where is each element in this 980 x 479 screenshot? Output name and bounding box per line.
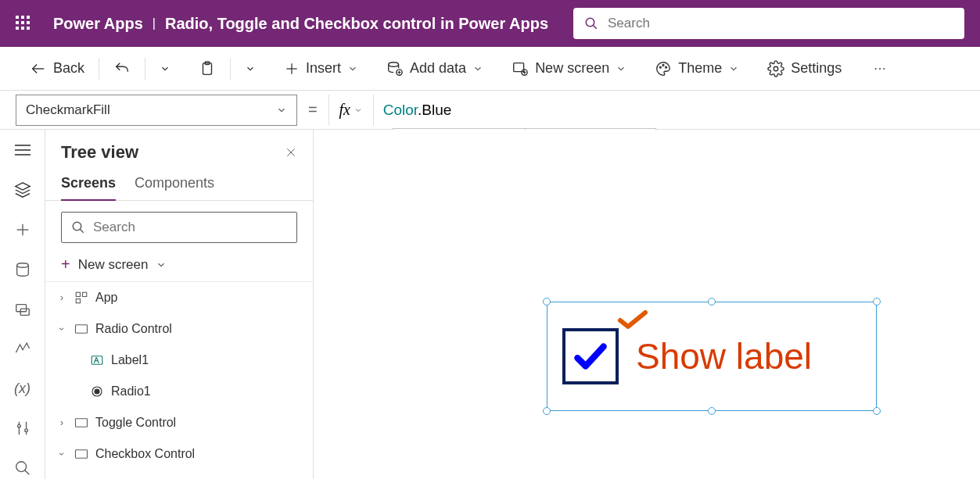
tree-item-radio1[interactable]: Radio1	[45, 376, 313, 407]
tree-item-app[interactable]: › App	[45, 282, 313, 313]
screen-icon	[74, 446, 89, 462]
chevron-down-icon: ›	[56, 449, 67, 459]
rail-tools[interactable]	[7, 416, 38, 439]
waffle-icon[interactable]	[16, 16, 31, 31]
svg-point-16	[662, 64, 664, 66]
gear-icon	[767, 60, 784, 77]
rail-flows[interactable]	[7, 338, 38, 360]
svg-rect-49	[76, 450, 88, 459]
undo-icon	[113, 60, 131, 77]
svg-point-32	[16, 461, 26, 471]
more-icon	[873, 62, 887, 76]
svg-line-37	[80, 229, 84, 233]
rail-data[interactable]	[7, 258, 38, 281]
clipboard-icon	[199, 60, 216, 77]
variable-icon: (x)	[14, 381, 31, 397]
tree-item-checkbox-screen[interactable]: › Checkbox Control	[45, 438, 313, 470]
tab-screens[interactable]: Screens	[61, 169, 116, 201]
insert-button[interactable]: Insert	[276, 55, 366, 81]
svg-line-44	[96, 357, 99, 363]
tree-new-screen[interactable]: + New screen	[45, 251, 313, 281]
selection-handle[interactable]	[708, 298, 716, 306]
tree-item-label1[interactable]: Label1	[45, 345, 313, 376]
doc-title: Radio, Toggle and Checkbox control in Po…	[165, 15, 548, 33]
svg-rect-48	[76, 419, 88, 427]
property-selected: CheckmarkFill	[26, 102, 110, 118]
plus-icon: +	[61, 256, 70, 273]
new-screen-label: New screen	[535, 60, 609, 77]
add-data-button[interactable]: Add data	[379, 55, 491, 82]
overflow-button[interactable]	[865, 57, 895, 80]
checkbox-control[interactable]: Show label	[562, 328, 812, 384]
cmd-separator	[230, 58, 231, 80]
back-button[interactable]: Back	[22, 55, 92, 82]
selection-handle[interactable]	[543, 298, 551, 306]
tree-label: Radio1	[111, 384, 151, 399]
canvas[interactable]: Show label	[314, 130, 980, 479]
search-icon	[14, 459, 31, 477]
tree-panel: Tree view Screens Components + New scree…	[45, 130, 314, 479]
close-panel-button[interactable]	[285, 146, 297, 159]
svg-point-19	[875, 67, 877, 69]
tree-search-input[interactable]	[93, 220, 287, 235]
paste-button[interactable]	[191, 55, 224, 82]
tree-label: Radio Control	[95, 322, 172, 336]
search-input[interactable]	[608, 16, 953, 31]
rail-variables[interactable]: (x)	[7, 377, 38, 400]
tree-title: Tree view	[61, 142, 138, 163]
rail-insert[interactable]	[7, 219, 38, 241]
global-search[interactable]	[573, 8, 964, 39]
rail-search[interactable]	[7, 456, 38, 479]
insert-label: Insert	[306, 60, 341, 77]
theme-label: Theme	[678, 60, 722, 77]
fx-icon: fx	[339, 101, 350, 119]
tree-item-toggle-screen[interactable]: › Toggle Control	[45, 407, 313, 438]
chevron-down-icon: ›	[56, 324, 67, 334]
arrow-left-icon	[30, 60, 47, 77]
chevron-down-icon	[156, 259, 167, 270]
tree-label: Toggle Control	[95, 416, 176, 430]
paste-chevron[interactable]	[237, 59, 264, 79]
settings-label: Settings	[791, 60, 842, 77]
checkbox-label: Show label	[636, 335, 812, 377]
tree-item-label2[interactable]: Label2	[45, 470, 313, 479]
svg-rect-26	[16, 304, 26, 311]
app-header: Power Apps | Radio, Toggle and Checkbox …	[0, 0, 980, 47]
property-dropdown[interactable]: CheckmarkFill	[16, 95, 297, 126]
equals-sign: =	[308, 101, 318, 119]
tree-new-screen-label: New screen	[78, 257, 149, 273]
formula-input[interactable]: Color.Blue	[374, 101, 980, 119]
checkbox-box[interactable]	[562, 328, 619, 384]
chevron-down-icon	[616, 63, 626, 74]
tree-label: Checkbox Control	[95, 447, 195, 461]
selection-handle[interactable]	[708, 407, 716, 415]
radio-icon	[89, 384, 105, 399]
selection-handle[interactable]	[873, 298, 881, 306]
plus-icon	[284, 61, 300, 77]
rail-media[interactable]	[7, 298, 38, 320]
tree-item-radio-screen[interactable]: › Radio Control	[45, 313, 313, 345]
tools-icon	[14, 420, 31, 437]
fx-button[interactable]: fx	[328, 95, 374, 126]
chevron-down-icon	[472, 63, 483, 74]
chevron-down-icon	[276, 105, 287, 116]
chevron-down-icon	[728, 63, 739, 74]
settings-button[interactable]: Settings	[759, 55, 849, 82]
theme-button[interactable]: Theme	[647, 55, 747, 82]
selection-handle[interactable]	[543, 407, 551, 415]
tree-search[interactable]	[61, 212, 297, 243]
svg-point-36	[73, 222, 81, 231]
svg-rect-42	[92, 356, 102, 365]
database-plus-icon	[386, 60, 404, 77]
new-screen-button[interactable]: New screen	[504, 55, 634, 82]
media-icon	[14, 301, 31, 318]
selection-handle[interactable]	[873, 407, 881, 415]
rail-treeview[interactable]	[7, 179, 38, 202]
undo-button[interactable]	[106, 55, 138, 82]
tab-components[interactable]: Components	[135, 169, 214, 200]
rail-hamburger[interactable]	[7, 139, 38, 162]
search-icon	[71, 220, 85, 234]
plus-icon	[14, 221, 31, 238]
svg-point-31	[24, 429, 27, 432]
undo-chevron[interactable]	[152, 59, 178, 79]
